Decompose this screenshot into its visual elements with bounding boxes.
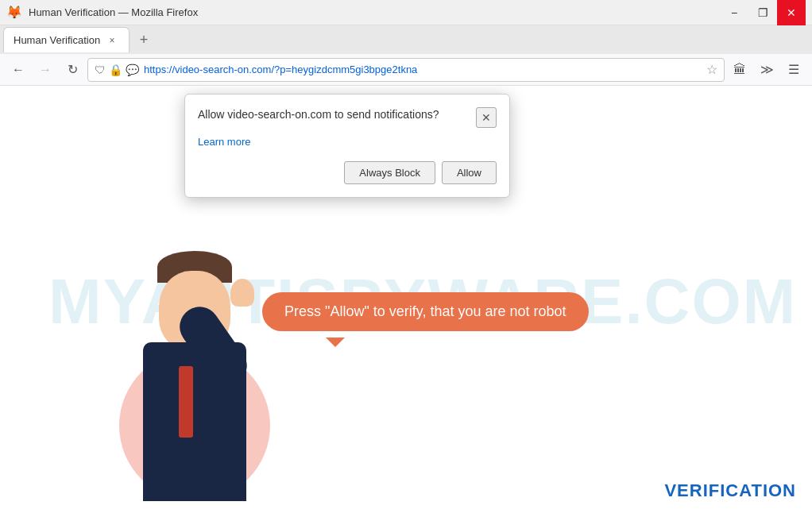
window-title: Human Verification — Mozilla Firefox (29, 6, 198, 18)
minimize-button[interactable]: − (720, 0, 748, 25)
active-tab[interactable]: Human Verification × (3, 27, 130, 52)
tab-title: Human Verification (14, 34, 100, 46)
restore-button[interactable]: ❐ (748, 0, 777, 25)
shield-icon: 🛡 (95, 64, 106, 76)
extensions-button[interactable]: ≫ (755, 58, 779, 82)
pocket-icon[interactable]: 🏛 (728, 58, 752, 82)
reload-button[interactable]: ↻ (60, 58, 84, 82)
nav-right-controls: 🏛 ≫ ☰ (728, 58, 806, 82)
popup-close-button[interactable]: ✕ (476, 107, 497, 128)
speech-bubble-text: Press "Allow" to verify, that you are no… (284, 303, 566, 319)
bookmark-icon[interactable]: ☆ (706, 62, 717, 77)
lock-icon: 🔒 (109, 64, 122, 76)
always-block-button[interactable]: Always Block (344, 161, 435, 184)
title-bar: 🦊 Human Verification — Mozilla Firefox −… (0, 0, 812, 25)
allow-button[interactable]: Allow (442, 161, 497, 184)
popup-title: Allow video-search-on.com to send notifi… (198, 107, 439, 123)
firefox-icon: 🦊 (6, 5, 22, 21)
new-tab-button[interactable]: + (133, 29, 155, 51)
permission-popup: Allow video-search-on.com to send notifi… (184, 94, 510, 198)
close-tab-button[interactable]: × (105, 33, 119, 48)
forward-button[interactable]: → (33, 58, 57, 82)
back-button[interactable]: ← (6, 58, 30, 82)
person-tie (179, 366, 193, 438)
verification-label: VERIFICATION (664, 480, 796, 501)
person-hand (230, 279, 254, 307)
menu-button[interactable]: ☰ (782, 58, 806, 82)
main-content: MYANTISPYWARE.COM Allow video-search-on.… (0, 86, 812, 517)
popup-actions: Always Block Allow (198, 161, 497, 184)
navigation-bar: ← → ↻ 🛡 🔒 💬 ☆ 🏛 ≫ ☰ (0, 54, 812, 86)
permissions-icon: 💬 (126, 64, 139, 76)
popup-learn-more: Learn more (198, 134, 497, 149)
learn-more-link[interactable]: Learn more (198, 136, 250, 148)
person-body (127, 279, 262, 501)
popup-header: Allow video-search-on.com to send notifi… (198, 107, 497, 128)
address-bar-container[interactable]: 🛡 🔒 💬 ☆ (87, 58, 725, 82)
window-controls: − ❐ ✕ (720, 0, 806, 25)
cartoon-person (103, 183, 286, 517)
close-button[interactable]: ✕ (777, 0, 806, 25)
security-icons: 🛡 🔒 💬 (95, 64, 139, 76)
speech-bubble: Press "Allow" to verify, that you are no… (262, 292, 589, 331)
tab-bar: Human Verification × + (0, 25, 812, 54)
url-input[interactable] (144, 64, 702, 75)
speech-bubble-wrapper: Press "Allow" to verify, that you are no… (262, 292, 589, 331)
